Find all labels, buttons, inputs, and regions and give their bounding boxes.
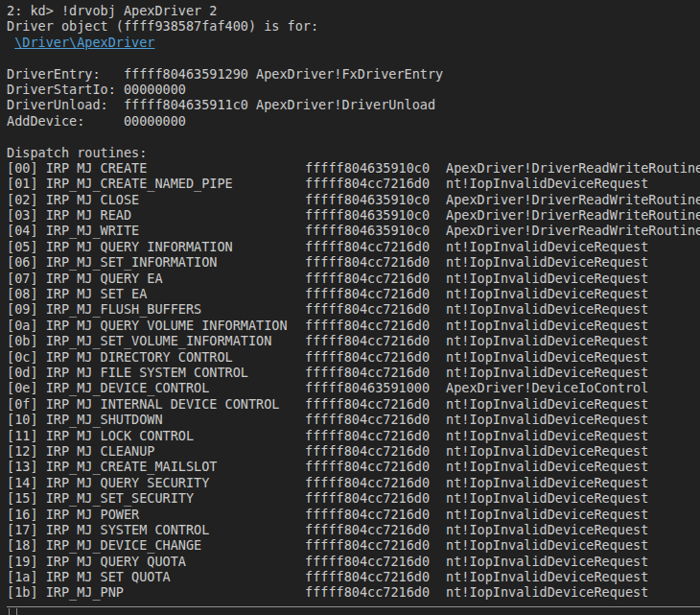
dispatch-irp-name: [04] IRP_MJ_WRITE (7, 223, 305, 238)
dispatch-row: [0f] IRP_MJ_INTERNAL_DEVICE_CONTROL ffff… (7, 396, 700, 412)
dispatch-irp-name: [17] IRP_MJ_SYSTEM_CONTROL (7, 522, 305, 537)
dispatch-routine-symbol: nt!IopInvalidDeviceRequest (446, 412, 700, 427)
dispatch-irp-name: [16] IRP_MJ_POWER (7, 507, 305, 522)
blank-line (7, 129, 700, 144)
dispatch-row: [03] IRP_MJ_READ fffff804635910c0 ApexDr… (7, 207, 700, 223)
dispatch-routine-address: fffff804cc7216d0 (305, 365, 446, 380)
command-text: !drvobj ApexDriver 2 (61, 3, 218, 18)
driver-start-io-line: DriverStartIo: 00000000 (7, 82, 700, 97)
dispatch-routine-address: fffff804cc7216d0 (305, 318, 446, 333)
dispatch-irp-name: [10] IRP_MJ_SHUTDOWN (7, 412, 305, 427)
dispatch-row: [05] IRP_MJ_QUERY_INFORMATION fffff804cc… (7, 239, 700, 254)
prompt-box (9, 608, 17, 615)
dispatch-routine-address: fffff804cc7216d0 (305, 333, 446, 348)
dispatch-irp-name: [01] IRP_MJ_CREATE_NAMED_PIPE (7, 176, 305, 191)
dispatch-routine-symbol: ApexDriver!DriverReadWriteRoutine (446, 160, 700, 176)
driver-path-line: \Driver\ApexDriver (7, 35, 700, 50)
dispatch-irp-name: [09] IRP_MJ_FLUSH_BUFFERS (7, 301, 305, 317)
dispatch-routine-address: fffff804cc7216d0 (305, 569, 446, 584)
dispatch-row: [0c] IRP_MJ_DIRECTORY_CONTROL fffff804cc… (7, 349, 700, 365)
dispatch-irp-name: [11] IRP_MJ_LOCK_CONTROL (7, 428, 305, 443)
dispatch-irp-name: [19] IRP_MJ_QUERY_QUOTA (7, 554, 305, 569)
dispatch-row: [1b] IRP_MJ_PNP fffff804cc7216d0 nt!IopI… (7, 584, 700, 600)
dispatch-irp-name: [06] IRP_MJ_SET_INFORMATION (7, 254, 305, 270)
dispatch-row: [18] IRP_MJ_DEVICE_CHANGE fffff804cc7216… (7, 537, 700, 553)
dispatch-routine-symbol: nt!IopInvalidDeviceRequest (446, 507, 700, 522)
dispatch-routine-address: fffff804cc7216d0 (305, 176, 446, 191)
dispatch-irp-name: [0c] IRP_MJ_DIRECTORY_CONTROL (7, 349, 305, 365)
dispatch-routine-symbol: nt!IopInvalidDeviceRequest (446, 365, 700, 380)
dispatch-routine-address: fffff804cc7216d0 (305, 412, 446, 427)
dispatch-row: [10] IRP_MJ_SHUTDOWN fffff804cc7216d0 nt… (7, 412, 700, 427)
dispatch-routine-address: fffff804635910c0 (305, 223, 446, 238)
dispatch-routine-address: fffff804635910c0 (305, 192, 446, 207)
dispatch-routine-symbol: nt!IopInvalidDeviceRequest (446, 554, 700, 569)
dispatch-routine-symbol: nt!IopInvalidDeviceRequest (446, 301, 700, 317)
dispatch-irp-name: [08] IRP_MJ_SET_EA (7, 286, 305, 301)
dispatch-routine-symbol: nt!IopInvalidDeviceRequest (446, 396, 700, 412)
dispatch-routine-symbol: ApexDriver!DriverReadWriteRoutine (446, 223, 700, 238)
dispatch-routine-address: fffff804cc7216d0 (305, 490, 446, 506)
dispatch-irp-name: [07] IRP_MJ_QUERY_EA (7, 271, 305, 286)
dispatch-routine-symbol: nt!IopInvalidDeviceRequest (446, 333, 700, 348)
dispatch-row: [15] IRP_MJ_SET_SECURITY fffff804cc7216d… (7, 490, 700, 506)
dispatch-row: [19] IRP_MJ_QUERY_QUOTA fffff804cc7216d0… (7, 554, 700, 569)
dispatch-irp-name: [1b] IRP_MJ_PNP (7, 584, 305, 600)
dispatch-irp-name: [18] IRP_MJ_DEVICE_CHANGE (7, 537, 305, 553)
dispatch-row: [09] IRP_MJ_FLUSH_BUFFERS fffff804cc7216… (7, 301, 700, 317)
driver-path-indent (7, 35, 14, 50)
dispatch-routine-address: fffff804cc7216d0 (305, 271, 446, 286)
dispatch-row: [0b] IRP_MJ_SET_VOLUME_INFORMATION fffff… (7, 333, 700, 348)
command-input[interactable] (7, 606, 700, 615)
dispatch-irp-name: [05] IRP_MJ_QUERY_INFORMATION (7, 239, 305, 254)
dispatch-routine-symbol: nt!IopInvalidDeviceRequest (446, 490, 700, 506)
dispatch-routine-address: fffff804cc7216d0 (305, 554, 446, 569)
dispatch-irp-name: [00] IRP_MJ_CREATE (7, 160, 305, 176)
dispatch-routine-symbol: ApexDriver!DeviceIoControl (446, 380, 700, 395)
dispatch-routine-address: fffff804cc7216d0 (305, 286, 446, 301)
dispatch-row: [02] IRP_MJ_CLOSE fffff804635910c0 ApexD… (7, 192, 700, 207)
dispatch-irp-name: [1a] IRP_MJ_SET_QUOTA (7, 569, 305, 584)
dispatch-routine-symbol: ApexDriver!DriverReadWriteRoutine (446, 207, 700, 223)
dispatch-routine-address: fffff804cc7216d0 (305, 396, 446, 412)
driver-path-link[interactable]: \Driver\ApexDriver (14, 35, 154, 50)
dispatch-routine-address: fffff804cc7216d0 (305, 239, 446, 254)
dispatch-routine-symbol: nt!IopInvalidDeviceRequest (446, 176, 700, 191)
dispatch-routine-address: fffff804cc7216d0 (305, 301, 446, 317)
blank-line (7, 50, 700, 65)
dispatch-row: [08] IRP_MJ_SET_EA fffff804cc7216d0 nt!I… (7, 286, 700, 301)
dispatch-row: [13] IRP_MJ_CREATE_MAILSLOT fffff804cc72… (7, 459, 700, 474)
dispatch-routine-address: fffff804cc7216d0 (305, 584, 446, 600)
dispatch-irp-name: [0b] IRP_MJ_SET_VOLUME_INFORMATION (7, 333, 305, 348)
dispatch-routine-address: fffff804cc7216d0 (305, 443, 446, 459)
dispatch-irp-name: [14] IRP_MJ_QUERY_SECURITY (7, 475, 305, 490)
driver-unload-line: DriverUnload: fffff804635911c0 ApexDrive… (7, 97, 700, 112)
dispatch-row: [06] IRP_MJ_SET_INFORMATION fffff804cc72… (7, 254, 700, 270)
dispatch-routine-symbol: nt!IopInvalidDeviceRequest (446, 239, 700, 254)
dispatch-routines-heading: Dispatch routines: (7, 145, 700, 160)
dispatch-routine-symbol: nt!IopInvalidDeviceRequest (446, 271, 700, 286)
dispatch-routine-symbol: nt!IopInvalidDeviceRequest (446, 443, 700, 459)
dispatch-routine-address: fffff804cc7216d0 (305, 428, 446, 443)
dispatch-irp-name: [0a] IRP_MJ_QUERY_VOLUME_INFORMATION (7, 318, 305, 333)
dispatch-row: [17] IRP_MJ_SYSTEM_CONTROL fffff804cc721… (7, 522, 700, 537)
dispatch-routine-address: fffff80463591000 (305, 380, 446, 395)
dispatch-row: [0d] IRP_MJ_FILE_SYSTEM_CONTROL fffff804… (7, 365, 700, 380)
dispatch-irp-name: [0d] IRP_MJ_FILE_SYSTEM_CONTROL (7, 365, 305, 380)
dispatch-routine-address: fffff804635910c0 (305, 160, 446, 176)
dispatch-irp-name: [0f] IRP_MJ_INTERNAL_DEVICE_CONTROL (7, 396, 305, 412)
dispatch-routine-symbol: nt!IopInvalidDeviceRequest (446, 254, 700, 270)
dispatch-row: [1a] IRP_MJ_SET_QUOTA fffff804cc7216d0 n… (7, 569, 700, 584)
dispatch-row: [01] IRP_MJ_CREATE_NAMED_PIPE fffff804cc… (7, 176, 700, 191)
dispatch-routine-address: fffff804cc7216d0 (305, 537, 446, 553)
dispatch-row: [14] IRP_MJ_QUERY_SECURITY fffff804cc721… (7, 475, 700, 490)
dispatch-routine-address: fffff804cc7216d0 (305, 349, 446, 365)
dispatch-routine-symbol: nt!IopInvalidDeviceRequest (446, 475, 700, 490)
dispatch-irp-name: [02] IRP_MJ_CLOSE (7, 192, 305, 207)
dispatch-routine-symbol: nt!IopInvalidDeviceRequest (446, 584, 700, 600)
dispatch-routine-address: fffff804cc7216d0 (305, 507, 446, 522)
dispatch-routine-address: fffff804cc7216d0 (305, 459, 446, 474)
dispatch-routine-symbol: ApexDriver!DriverReadWriteRoutine (446, 192, 700, 207)
dispatch-irp-name: [03] IRP_MJ_READ (7, 207, 305, 223)
command-line: 2: kd> !drvobj ApexDriver 2 (7, 3, 700, 18)
